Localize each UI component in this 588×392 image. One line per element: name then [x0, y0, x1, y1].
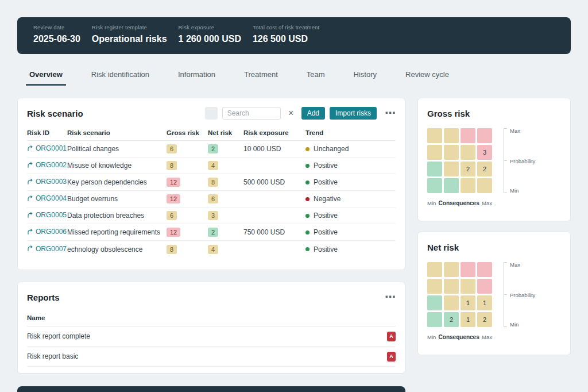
- gross-risk-badge: 12: [167, 228, 180, 237]
- tab-treatment[interactable]: Treatment: [241, 68, 281, 86]
- trend-label: Negative: [314, 195, 341, 203]
- gross-risk-badge: 6: [167, 144, 177, 153]
- table-row[interactable]: ORG0001 Political changes 6 2 10 000 USD…: [27, 141, 396, 157]
- matrix-cell: [427, 279, 442, 294]
- axis-tick: [504, 160, 507, 161]
- net-risk-badge: 3: [208, 211, 218, 220]
- summary-bar: Review date 2025-06-30 Risk register tem…: [17, 17, 571, 54]
- risk-link-icon: [27, 145, 33, 152]
- net-risk-badge: 4: [208, 245, 218, 254]
- trend-label: Unchanged: [314, 145, 349, 153]
- risk-id-link[interactable]: ORG0002: [27, 161, 67, 169]
- trend-label: Positive: [314, 228, 338, 236]
- risk-scenario-cell: echnology obsolescence: [67, 245, 167, 253]
- risk-id-text: ORG0007: [36, 245, 67, 253]
- search-prefix-box[interactable]: [205, 107, 218, 120]
- table-row[interactable]: ORG0003 Key person dependencies 12 8 500…: [27, 174, 396, 191]
- matrix-cell: [477, 128, 492, 143]
- axis-tick: [504, 262, 507, 263]
- risk-scenario-cell: Political changes: [67, 145, 167, 153]
- col-net-risk: Net risk: [208, 129, 243, 136]
- trend-dot: [305, 147, 310, 151]
- tab-team[interactable]: Team: [303, 68, 328, 86]
- matrix-cell: [477, 262, 492, 277]
- matrix-cell: [427, 262, 442, 277]
- matrix-cell: [427, 312, 442, 327]
- report-name: Risk report basic: [27, 352, 78, 360]
- matrix-cell: 2: [444, 312, 459, 327]
- risk-id-link[interactable]: ORG0007: [27, 245, 67, 253]
- matrix-cell: 2: [477, 162, 492, 176]
- table-row[interactable]: ORG0007 echnology obsolescence 8 4 Posit…: [27, 241, 396, 258]
- net-risk-badge: 2: [208, 228, 218, 237]
- import-risks-button[interactable]: Import risks: [330, 107, 377, 120]
- tab-information[interactable]: Information: [175, 68, 219, 86]
- add-button[interactable]: Add: [301, 107, 325, 120]
- matrix-cell: [444, 145, 459, 160]
- risk-id-text: ORG0006: [36, 228, 67, 236]
- risk-id-text: ORG0001: [36, 144, 67, 152]
- reports-title: Reports: [27, 293, 60, 302]
- risk-scenario-cell: Budget overruns: [67, 195, 167, 203]
- reports-header: Reports ⋯: [27, 290, 396, 304]
- col-trend: Trend: [305, 129, 396, 136]
- matrix-cell: [444, 178, 459, 193]
- risk-id-text: ORG0004: [36, 194, 67, 202]
- report-row[interactable]: Risk report complete A: [27, 326, 396, 347]
- axis-tick: [504, 294, 507, 295]
- matrix-cell: [427, 162, 442, 176]
- more-options-icon[interactable]: ⋯: [385, 294, 396, 300]
- risk-id-link[interactable]: ORG0005: [27, 211, 67, 219]
- tab-bar: Overview Risk identification Information…: [17, 68, 571, 86]
- tab-history[interactable]: History: [350, 68, 380, 86]
- matrix-cell: [461, 145, 475, 160]
- pdf-icon[interactable]: A: [387, 352, 396, 362]
- x-axis-label: Consequences: [439, 334, 479, 340]
- tab-review-cycle[interactable]: Review cycle: [402, 68, 452, 86]
- pdf-icon[interactable]: A: [387, 332, 396, 341]
- report-name: Risk report complete: [27, 332, 90, 340]
- table-row[interactable]: ORG0005 Data protection breaches 6 3 Pos…: [27, 207, 396, 224]
- stat-risk-exposure: Risk exposure 1 260 000 USD: [179, 24, 241, 44]
- gross-risk-card: Gross risk 3 2 2 Max Probabili: [417, 98, 571, 221]
- risk-id-link[interactable]: ORG0003: [27, 178, 67, 186]
- axis-tick: [504, 326, 507, 327]
- tab-risk-identification[interactable]: Risk identification: [88, 68, 153, 86]
- report-row[interactable]: Risk report basic A: [27, 347, 396, 367]
- gross-risk-matrix: 3 2 2: [427, 128, 492, 193]
- net-risk-title: Net risk: [427, 243, 459, 252]
- tab-overview[interactable]: Overview: [26, 68, 66, 86]
- risk-scenario-cell: Missed reporting requirements: [67, 228, 167, 236]
- table-row[interactable]: ORG0002 Misuse of knowledge 8 4 Positive: [27, 157, 396, 174]
- risk-scenario-title: Risk scenario: [27, 109, 83, 118]
- matrix-cell: 2: [477, 312, 492, 327]
- net-risk-matrix: 1 1 2 1 2: [427, 262, 492, 327]
- risk-scenario-controls: × Add Import risks ⋯: [205, 107, 396, 120]
- risk-link-icon: [27, 212, 33, 218]
- y-axis-label: Probability: [510, 291, 535, 298]
- trend-label: Positive: [314, 178, 338, 186]
- table-row[interactable]: ORG0006 Missed reporting requirements 12…: [27, 224, 396, 241]
- search-input[interactable]: [222, 107, 281, 120]
- col-risk-exposure: Risk exposure: [243, 129, 305, 136]
- matrix-cell: [444, 128, 459, 143]
- risk-id-link[interactable]: ORG0006: [27, 228, 67, 236]
- axis-tick: [504, 128, 507, 129]
- gross-risk-header: Gross risk: [427, 106, 561, 120]
- matrix-cell: 1: [461, 312, 475, 327]
- risk-id-link[interactable]: ORG0004: [27, 194, 67, 202]
- matrix-cell: [461, 178, 475, 193]
- matrix-cell: [444, 279, 459, 294]
- risk-scenario-cell: Key person dependencies: [67, 178, 167, 186]
- x-min-label: Min: [427, 334, 436, 340]
- risk-scenario-cell: Misuse of knowledge: [67, 162, 167, 170]
- x-min-label: Min: [427, 200, 436, 206]
- trend-dot: [305, 197, 310, 201]
- table-row[interactable]: ORG0004 Budget overruns 12 6 Negative: [27, 191, 396, 207]
- stat-label: Risk register template: [92, 24, 167, 30]
- clear-search-icon[interactable]: ×: [285, 109, 297, 118]
- risk-id-link[interactable]: ORG0001: [27, 144, 67, 152]
- stat-label: Risk exposure: [179, 24, 241, 30]
- matrix-cell: [427, 178, 442, 193]
- more-options-icon[interactable]: ⋯: [385, 110, 396, 116]
